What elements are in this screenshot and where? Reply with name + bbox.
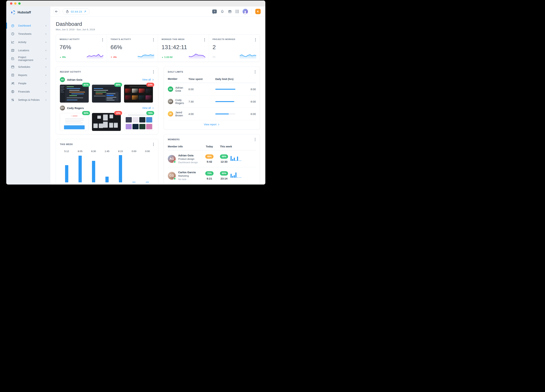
sparkline-chart (87, 52, 103, 59)
time-spent-value: 8:00 (188, 88, 215, 91)
view-all-link[interactable]: View all (142, 106, 154, 109)
activity-thumbnails: ⸬ asana90%19%78% (60, 113, 154, 131)
stat-card-label: TODAY'S ACTIVITY (111, 38, 131, 40)
activity-thumbnail[interactable]: 81% (60, 85, 89, 103)
app-window: Hubstaff DashboardTimesheetsActivityLoca… (6, 0, 265, 185)
sidebar-item-people[interactable]: People (6, 79, 50, 87)
activity-icon (11, 40, 14, 44)
stats-summary-card: WEEKLY ACTIVITY76%▲9%TODAY'S ACTIVITY66%… (56, 34, 260, 62)
member-task: Dashboard design (178, 161, 198, 164)
sidebar-item-label: People (18, 82, 41, 85)
activity-thumbnail[interactable]: 19% (92, 113, 121, 131)
daily-limit-row: CRCody Rogers7:308:00 (168, 95, 256, 108)
sparkline-chart (240, 52, 256, 59)
dollar-icon (11, 90, 14, 93)
bar-value-label: 8:15 (118, 150, 123, 153)
activity-thumbnail[interactable]: 89% (92, 85, 121, 103)
sidebar-item-project-management[interactable]: Project management (6, 55, 50, 63)
help-icon[interactable]: ? (212, 10, 217, 13)
activity-thumbnail[interactable]: 78% (124, 113, 153, 131)
member-name: Cody Rogers (67, 106, 140, 110)
activity-percent-badge: 81% (82, 83, 90, 87)
top-header: 02:44:15 ? (50, 6, 265, 17)
app-shell: Hubstaff DashboardTimesheetsActivityLoca… (6, 6, 265, 185)
sidebar-item-timesheets[interactable]: Timesheets (6, 30, 50, 38)
chevron-left-icon (45, 74, 47, 76)
stat-card-value: 76% (60, 44, 103, 50)
back-button[interactable] (53, 8, 60, 15)
today-cell: 70%6:21 (199, 171, 220, 180)
user-avatar[interactable] (242, 9, 248, 14)
week-chart-column-mon: 5:12Mon (60, 150, 73, 185)
stat-card-menu-icon[interactable] (255, 37, 256, 42)
this-week-menu-icon[interactable] (153, 142, 154, 147)
apps-grid-icon[interactable] (235, 10, 239, 13)
bar-value-label: 1:45 (105, 150, 109, 153)
week-time: 12:33 (221, 160, 227, 163)
timer-widget[interactable]: 02:44:15 (62, 8, 89, 15)
member-name: Adrian Goia (67, 78, 140, 81)
stat-card-value: 66% (111, 44, 154, 50)
today-cell: 48%5:42 (199, 154, 220, 163)
bar-value-label: 0:00 (145, 150, 150, 153)
sliders-icon (11, 98, 14, 102)
stat-card-menu-icon[interactable] (102, 37, 103, 42)
sidebar: Hubstaff DashboardTimesheetsActivityLoca… (6, 6, 50, 185)
daily-limits-menu-icon[interactable] (254, 69, 256, 74)
gift-icon[interactable] (228, 10, 232, 13)
chevron-left-icon (45, 99, 47, 101)
sidebar-item-label: Reports (18, 74, 41, 77)
stat-card-menu-icon[interactable] (153, 37, 154, 42)
recent-activity-person: AGAdrian GoiaView all (60, 77, 154, 82)
stat-card-worked-this-week: WORKED THIS WEEK131:42:11▲1:22:02 (158, 35, 209, 62)
members-menu-icon[interactable] (254, 137, 256, 142)
minimize-window-button[interactable] (14, 2, 17, 5)
week-bar (65, 165, 68, 182)
stat-card-projects-worked: PROJECTS WORKED2— (209, 35, 260, 62)
bar-value-label: 8:05 (78, 150, 82, 153)
activity-percent-badge: 23% (146, 83, 154, 87)
sidebar-item-schedules[interactable]: Schedules (6, 63, 50, 71)
activity-percent-badge: 70% (205, 171, 213, 175)
close-window-button[interactable] (10, 2, 12, 5)
notifications-icon[interactable] (220, 10, 224, 13)
sidebar-item-locations[interactable]: Locations (6, 46, 50, 55)
member-cell: JBJared Brown (168, 111, 188, 117)
open-timer-icon[interactable] (84, 10, 87, 13)
daily-limits-view-report-link[interactable]: View report (204, 123, 220, 126)
sidebar-item-settings-policies[interactable]: Settings & Policies (6, 96, 50, 104)
daily-limit-value: 8:00 (235, 100, 256, 103)
timer-value: 02:44:15 (71, 10, 82, 13)
organization-badge[interactable]: K (255, 9, 261, 14)
sidebar-item-financials[interactable]: Financials (6, 87, 50, 96)
recent-activity-person: CRCody RogersView all (60, 106, 154, 111)
recent-activity-menu-icon[interactable] (153, 69, 154, 74)
hubstaff-logo[interactable]: Hubstaff (6, 6, 50, 18)
stat-card-label: PROJECTS WORKED (213, 38, 235, 40)
time-spent-value: 7:30 (188, 100, 215, 103)
stat-card-menu-icon[interactable] (204, 37, 205, 42)
stat-card-weekly-activity: WEEKLY ACTIVITY76%▲9% (56, 35, 107, 62)
zoom-window-button[interactable] (18, 2, 21, 5)
view-all-link[interactable]: View all (142, 78, 154, 81)
sidebar-item-reports[interactable]: Reports (6, 71, 50, 79)
week-zero-dash (146, 182, 149, 182)
chevron-left-icon (45, 82, 47, 85)
member-info-cell: CGCarlos GarciaMarketingNo task (168, 171, 199, 180)
activity-thumbnail[interactable]: 23% (124, 85, 153, 103)
activity-percent-badge: 68% (220, 154, 228, 159)
calendar-icon (11, 65, 14, 69)
week-bar (119, 155, 122, 182)
member-project: Product design (178, 158, 198, 160)
activity-thumbnail[interactable]: ⸬ asana90% (60, 113, 89, 131)
members-header: Member info Today This week (168, 145, 256, 150)
sidebar-item-dashboard[interactable]: Dashboard (6, 22, 50, 30)
sidebar-item-activity[interactable]: Activity (6, 38, 50, 46)
weekly-hours-chart: 5:12Mon8:05Tue6:30Wed1:45Thu8:15Fri0:00S… (60, 150, 154, 185)
daily-limit-progress (215, 101, 235, 102)
chevron-right-icon (152, 107, 154, 109)
status-online-dot (173, 178, 176, 180)
triangle-up-icon: ▲ (161, 56, 163, 58)
member-cell: CRCody Rogers (168, 99, 188, 105)
date-range: Mon, Jun 3, 2019 - Sun, Jun 9, 2019 (56, 28, 260, 31)
